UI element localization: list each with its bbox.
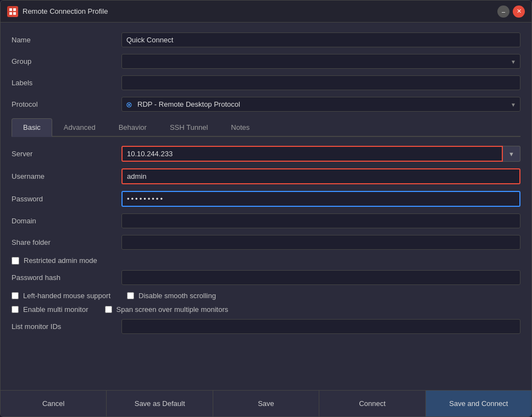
mouse-scrolling-row: Left-handed mouse support Disable smooth…: [12, 292, 520, 300]
server-label: Server: [12, 150, 121, 158]
list-monitor-row: List monitor IDs: [12, 319, 520, 334]
window-title: Remote Connection Profile: [23, 7, 108, 15]
group-select-wrapper: ▼: [121, 54, 520, 69]
cancel-button[interactable]: Cancel: [1, 391, 107, 416]
tab-advanced[interactable]: Advanced: [52, 118, 107, 136]
password-label: Password: [12, 195, 121, 203]
titlebar: Remote Connection Profile – ✕: [1, 1, 531, 23]
monitor-row: Enable multi monitor Span screen over mu…: [12, 305, 520, 314]
restricted-admin-label[interactable]: Restricted admin mode: [24, 256, 97, 265]
server-input[interactable]: [121, 146, 503, 162]
tab-behavior[interactable]: Behavior: [107, 118, 158, 136]
username-row: Username: [12, 168, 520, 184]
group-select[interactable]: [121, 54, 520, 69]
footer: Cancel Save as Default Save Connect Save…: [1, 390, 531, 416]
domain-input[interactable]: [121, 213, 520, 228]
protocol-label: Protocol: [12, 100, 121, 108]
minimize-button[interactable]: –: [497, 6, 509, 18]
password-row: Password: [12, 191, 520, 207]
password-hash-input[interactable]: [121, 270, 520, 285]
tab-notes[interactable]: Notes: [219, 118, 261, 136]
svg-rect-0: [9, 8, 12, 11]
password-hash-row: Password hash: [12, 270, 520, 285]
username-label: Username: [12, 172, 121, 180]
titlebar-left: Remote Connection Profile: [7, 6, 108, 17]
save-connect-button[interactable]: Save and Connect: [426, 391, 531, 416]
protocol-row: Protocol ⊗ RDP - Remote Desktop Protocol…: [12, 97, 520, 112]
span-screen-checkbox[interactable]: [105, 306, 112, 313]
labels-label: Labels: [12, 79, 121, 87]
labels-row: Labels: [12, 75, 520, 90]
list-monitor-input[interactable]: [121, 319, 520, 334]
tabs-bar: Basic Advanced Behavior SSH Tunnel Notes: [12, 118, 520, 137]
server-input-wrapper: ▼: [121, 146, 520, 162]
disable-smooth-checkbox[interactable]: [127, 292, 134, 299]
protocol-select[interactable]: RDP - Remote Desktop Protocol: [121, 97, 520, 112]
left-mouse-label[interactable]: Left-handed mouse support: [23, 292, 110, 300]
span-screen-label[interactable]: Span screen over multiple monitors: [117, 305, 229, 314]
multi-monitor-group: Enable multi monitor: [12, 305, 88, 314]
disable-smooth-label[interactable]: Disable smooth scrolling: [138, 292, 216, 300]
share-folder-row: Share folder: [12, 235, 520, 250]
group-label: Group: [12, 57, 121, 65]
labels-input[interactable]: [121, 75, 520, 90]
left-mouse-checkbox[interactable]: [12, 292, 19, 299]
server-dropdown-button[interactable]: ▼: [503, 146, 520, 162]
protocol-icon: ⊗: [126, 100, 132, 109]
username-input[interactable]: [121, 168, 520, 184]
password-hash-label: Password hash: [12, 273, 121, 282]
multi-monitor-label[interactable]: Enable multi monitor: [23, 305, 88, 314]
span-screen-group: Span screen over multiple monitors: [105, 305, 229, 314]
connect-button[interactable]: Connect: [319, 391, 425, 416]
close-button[interactable]: ✕: [513, 6, 525, 18]
share-folder-label: Share folder: [12, 238, 121, 246]
save-button[interactable]: Save: [213, 391, 319, 416]
svg-rect-2: [9, 12, 12, 15]
name-label: Name: [12, 36, 121, 44]
name-row: Name: [12, 32, 520, 47]
content-area: Name Group ▼ Labels Protocol ⊗ RDP: [1, 23, 531, 390]
group-row: Group ▼: [12, 54, 520, 69]
restricted-admin-checkbox[interactable]: [12, 257, 19, 265]
disable-smooth-group: Disable smooth scrolling: [127, 292, 216, 300]
titlebar-controls: – ✕: [497, 6, 525, 18]
name-input[interactable]: [121, 32, 520, 47]
share-folder-input[interactable]: [121, 235, 520, 250]
domain-row: Domain: [12, 213, 520, 228]
svg-rect-3: [13, 12, 16, 15]
tab-ssh-tunnel[interactable]: SSH Tunnel: [158, 118, 219, 136]
server-row: Server ▼: [12, 146, 520, 162]
tab-basic[interactable]: Basic: [12, 118, 52, 137]
app-icon: [7, 6, 18, 17]
password-input[interactable]: [121, 191, 520, 207]
domain-label: Domain: [12, 217, 121, 225]
protocol-select-wrapper: ⊗ RDP - Remote Desktop Protocol ▼: [121, 97, 520, 112]
left-mouse-group: Left-handed mouse support: [12, 292, 110, 300]
save-default-button[interactable]: Save as Default: [107, 391, 213, 416]
svg-rect-1: [13, 8, 16, 11]
dialog-window: Remote Connection Profile – ✕ Name Group…: [0, 0, 532, 417]
restricted-admin-row: Restricted admin mode: [12, 256, 520, 265]
multi-monitor-checkbox[interactable]: [12, 306, 19, 313]
tab-content-basic: Server ▼ Username Password Domain: [12, 146, 520, 334]
list-monitor-label: List monitor IDs: [12, 322, 121, 331]
